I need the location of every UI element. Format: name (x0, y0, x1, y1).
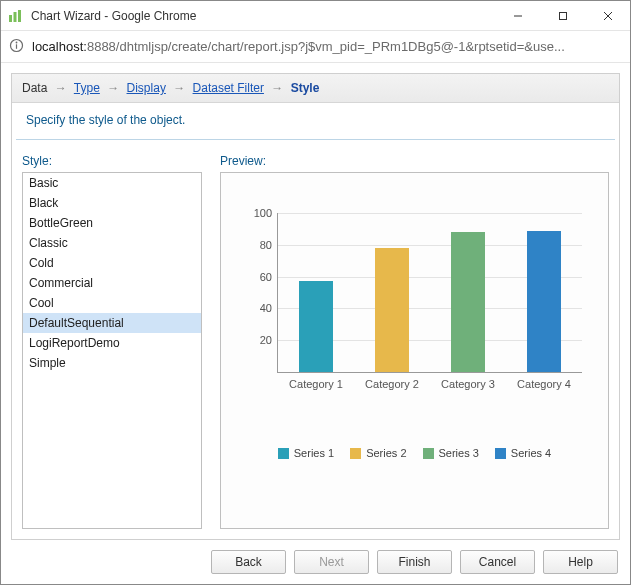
close-button[interactable] (585, 1, 630, 30)
bar (451, 232, 485, 372)
legend-item: Series 3 (423, 447, 479, 459)
info-icon (9, 38, 24, 56)
style-list[interactable]: BasicBlackBottleGreenClassicColdCommerci… (22, 172, 202, 529)
crumb-style: Style (291, 81, 320, 95)
wizard-panel: Data → Type → Display → Dataset Filter →… (11, 73, 620, 540)
preview-chart: 20406080100Category 1Category 2Category … (237, 203, 592, 403)
preview-box: 20406080100Category 1Category 2Category … (220, 172, 609, 529)
breadcrumb: Data → Type → Display → Dataset Filter →… (12, 74, 619, 103)
address-bar: localhost:8888/dhtmljsp/create/chart/rep… (1, 31, 630, 63)
svg-rect-1 (14, 12, 17, 22)
app-icon (1, 9, 29, 23)
svg-rect-2 (18, 10, 21, 22)
svg-rect-0 (9, 15, 12, 22)
legend-item: Series 4 (495, 447, 551, 459)
bar (299, 281, 333, 372)
legend-item: Series 1 (278, 447, 334, 459)
titlebar: Chart Wizard - Google Chrome (1, 1, 630, 31)
window: Chart Wizard - Google Chrome localhost:8… (0, 0, 631, 585)
style-option[interactable]: BottleGreen (23, 213, 201, 233)
minimize-button[interactable] (495, 1, 540, 30)
style-option[interactable]: LogiReportDemo (23, 333, 201, 353)
style-option[interactable]: Commercial (23, 273, 201, 293)
button-row: Back Next Finish Cancel Help (11, 540, 620, 576)
bar (375, 248, 409, 372)
finish-button[interactable]: Finish (377, 550, 452, 574)
url-text[interactable]: localhost:8888/dhtmljsp/create/chart/rep… (32, 39, 622, 54)
cancel-button[interactable]: Cancel (460, 550, 535, 574)
instruction-text: Specify the style of the object. (16, 103, 615, 140)
chart-legend: Series 1Series 2Series 3Series 4 (237, 447, 592, 459)
bar (527, 231, 561, 373)
style-option[interactable]: Classic (23, 233, 201, 253)
svg-rect-4 (559, 12, 566, 19)
svg-point-8 (16, 41, 18, 43)
style-option[interactable]: Cool (23, 293, 201, 313)
maximize-button[interactable] (540, 1, 585, 30)
crumb-dataset-filter[interactable]: Dataset Filter (193, 81, 264, 95)
crumb-display[interactable]: Display (127, 81, 166, 95)
style-option[interactable]: Black (23, 193, 201, 213)
legend-item: Series 2 (350, 447, 406, 459)
style-option[interactable]: Simple (23, 353, 201, 373)
crumb-type[interactable]: Type (74, 81, 100, 95)
help-button[interactable]: Help (543, 550, 618, 574)
window-title: Chart Wizard - Google Chrome (29, 9, 495, 23)
preview-label: Preview: (220, 154, 609, 168)
style-option[interactable]: Cold (23, 253, 201, 273)
svg-rect-9 (16, 44, 17, 49)
crumb-data: Data (22, 81, 47, 95)
style-label: Style: (22, 154, 202, 168)
style-option[interactable]: Basic (23, 173, 201, 193)
next-button[interactable]: Next (294, 550, 369, 574)
back-button[interactable]: Back (211, 550, 286, 574)
style-option[interactable]: DefaultSequential (23, 313, 201, 333)
